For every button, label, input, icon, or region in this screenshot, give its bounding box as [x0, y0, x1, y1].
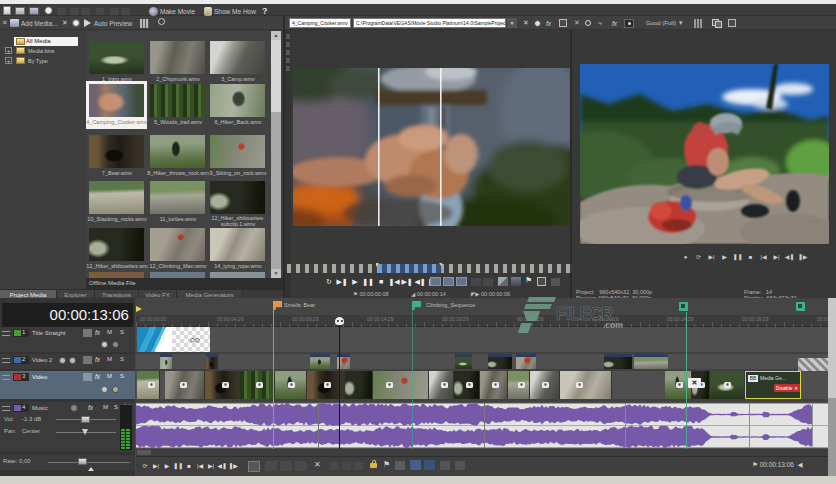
- svg-text:.com: .com: [603, 320, 623, 330]
